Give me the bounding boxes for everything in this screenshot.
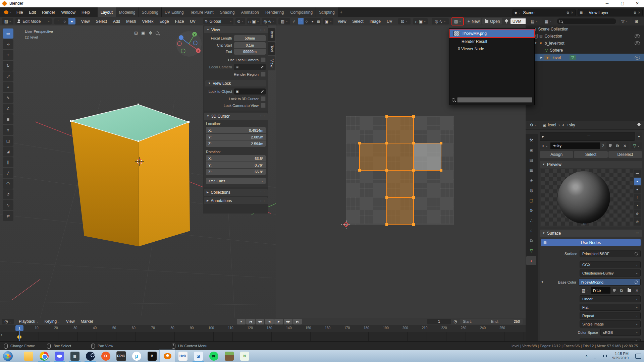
workspace-tab[interactable]: Scripting [316,7,338,17]
mesh-specials-button[interactable]: ▽⌄ [631,142,642,149]
use-local-camera-checkbox[interactable] [261,57,266,62]
taskbar-app-spotify[interactable]: ≋ [206,350,221,362]
breadcrumb-object[interactable]: level [548,123,556,127]
cursor-rz-field[interactable]: Z:65.8° [206,169,266,175]
eyedropper-icon[interactable] [261,90,264,93]
tray-expand-icon[interactable]: ∧ [585,354,588,358]
taskbar-app-chrome[interactable] [36,350,52,362]
uv-sticky-mode[interactable]: ▣⌄ [323,18,333,24]
npanel-tab-view[interactable]: View [268,56,275,70]
playback-prev-keyframe[interactable]: ◀◆ [256,319,264,324]
keying-menu[interactable]: Keying⌄ [41,319,63,324]
speaker-icon[interactable] [603,354,607,358]
tool-bevel[interactable]: ◢ [3,146,13,157]
properties-tab-modifiers[interactable]: ⚙ [526,206,536,215]
lock-to-object-field[interactable]: ▣ [234,88,266,95]
v3d-menu-face[interactable]: Face [172,19,187,24]
blender-app-icon[interactable]: ⌄ [2,9,13,16]
v3d-menu-mesh[interactable]: Mesh [123,19,139,24]
preview-type-world[interactable]: ◎ [634,218,641,226]
navigation-gizmo[interactable]: Y X [174,29,204,59]
camera-view-icon[interactable]: ▣ [141,31,145,36]
cursor-y-field[interactable]: Y:2.085m [206,134,266,140]
browse-material-button[interactable]: ◐⌄ [540,142,550,149]
properties-tab-object[interactable]: ▢ [526,196,536,205]
fake-user-shield-button[interactable] [606,142,614,149]
maximize-button[interactable]: ▢ [616,1,629,6]
pivot-point-button[interactable]: ⊙⌄ [235,18,245,24]
action-center-icon[interactable] [635,354,641,359]
properties-editor-type-button[interactable]: ⚙⌄ [527,122,539,128]
transform-orientation[interactable]: ⇅ Global⌄ [203,18,233,24]
v3d-menu-uv[interactable]: UV [187,19,199,24]
preview-type-fluid[interactable]: ◍ [634,210,641,218]
menu-file[interactable]: File [13,10,26,15]
outliner-search-input[interactable] [557,18,616,24]
copy-icon[interactable]: ⧉ [634,11,636,15]
outliner-row-level[interactable]: ▶ ▼ level ▽ [526,54,644,61]
menu-edit[interactable]: Edit [26,10,39,15]
tool-edge-slide[interactable]: ⇄ [3,211,13,221]
properties-tab-material[interactable]: ◕ [526,256,536,265]
tool-knife[interactable]: ╱ [3,168,13,178]
deselect-button[interactable]: Deselect [608,151,642,158]
use-nodes-button[interactable]: ▤ Use Nodes [541,239,641,246]
fake-user-shield-button[interactable] [610,287,618,294]
workspace-tab[interactable]: Animation [238,7,262,17]
new-image-button[interactable]: ＋ New [465,18,481,24]
workspace-tab[interactable]: Modeling [116,7,139,17]
uv-menu-uv[interactable]: UV [384,19,395,24]
face-select-mode[interactable]: ■ [68,18,75,24]
open-image-button[interactable] [625,287,633,294]
playback-jump-start[interactable]: |◀ [246,319,255,324]
outliner-row-levelroot[interactable]: ▼ ▼ b_levelroot [526,40,644,47]
tool-add-cube[interactable]: ⊞ [3,114,13,124]
cursor-section-header[interactable]: ▼3D Cursor∷∷ [204,113,268,120]
cursor-ry-field[interactable]: Y:0.76° [206,162,266,168]
tool-inset[interactable]: ◫ [3,136,13,146]
pin-icon[interactable] [637,123,641,127]
lock-to-cursor-checkbox[interactable] [261,96,266,101]
outliner-filter-images[interactable]: ▦⌄ [542,18,554,24]
uvmap-field[interactable]: UVM [511,18,526,24]
current-frame-field[interactable]: 1 [427,319,451,324]
local-camera-field[interactable]: ▣ [234,64,266,70]
npanel-tab-tool[interactable]: Tool [268,42,275,55]
tool-move[interactable]: ✛ [3,50,13,60]
tool-smooth[interactable]: ∿ [3,200,13,210]
outliner-row-scene-collection[interactable]: ▤ Scene Collection [526,25,644,33]
collections-section-header[interactable]: ▶Collections∷∷ [204,189,268,196]
expand-icon[interactable]: ▶ [540,56,542,59]
playback-play-reverse[interactable]: ◀ [265,319,274,324]
timeline-editor-type-button[interactable]: ◷⌄ [2,319,14,324]
playhead[interactable]: 1 [15,325,23,331]
edge-select-mode[interactable]: ◇ [61,18,68,24]
network-icon[interactable] [593,354,598,358]
clip-end-field[interactable]: 99999m [234,49,266,55]
view-lock-header[interactable]: ▼View Lock [205,80,266,86]
uv-snap-button[interactable]: ∩ ▣⌄ [413,18,428,24]
subsurface-method-dropdown[interactable]: Christensen-Burley⌄ [580,269,641,277]
uv-proportional-button[interactable]: ◎ ∿⌄ [432,18,449,24]
dropdown-item-viewer-node[interactable]: 0 Viewer Node [450,45,534,53]
menu-help[interactable]: Help [78,10,93,15]
marker-menu[interactable]: Marker [78,319,96,324]
properties-tab-scene[interactable]: ◈ [526,176,536,185]
focal-length-field[interactable]: 50mm [234,35,266,41]
users-count[interactable]: 2 [600,142,606,149]
tool-poly-build[interactable]: ⬠ [3,179,13,189]
tool-scale[interactable]: ⤢ [3,71,13,81]
source-dropdown[interactable]: Single Image⌄ [580,320,641,327]
npanel-tab-item[interactable]: Item [268,28,275,41]
uv-sync-icon[interactable]: ⇄ [292,19,295,23]
preview-type-hair[interactable]: ⌇ [634,194,641,201]
eyedropper-icon[interactable] [261,66,264,69]
workspace-tab[interactable]: Sculpting [139,7,162,17]
expand-icon[interactable]: ▼ [534,42,537,45]
add-workspace-tab[interactable]: + [340,10,342,15]
distribution-dropdown[interactable]: GGX⌄ [580,261,641,268]
tool-measure[interactable]: ∠ [3,104,13,114]
cursor-x-field[interactable]: X:-0.4914m [206,127,266,133]
pin-icon[interactable] [505,19,508,23]
tool-spin[interactable]: ↺ [3,189,13,199]
